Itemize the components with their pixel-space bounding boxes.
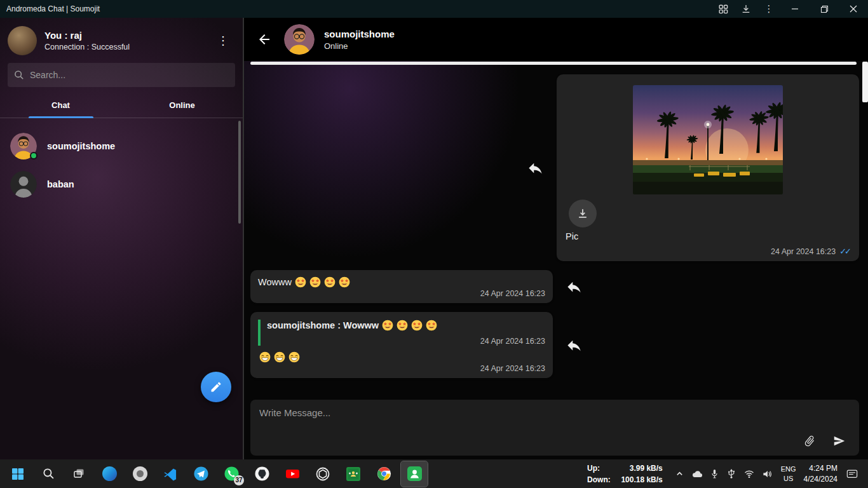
message-text — [259, 351, 545, 363]
tab-online[interactable]: Online — [121, 93, 243, 118]
taskbar-app-whatsapp[interactable]: 37 — [218, 461, 245, 487]
conversation-contact-status: Online — [324, 41, 395, 51]
search-input[interactable] — [30, 70, 229, 80]
reply-button[interactable] — [527, 159, 544, 177]
star-struck-emoji — [324, 276, 336, 288]
taskbar-search-button[interactable] — [35, 461, 62, 487]
reply-message-bubble: soumojitshome : Wowww 24 Apr 2024 16:23 — [250, 312, 553, 378]
close-button[interactable] — [839, 0, 868, 18]
contact-avatar — [10, 133, 37, 159]
taskbar-app-youtube[interactable] — [279, 461, 306, 487]
browser-menu-button[interactable]: ⋮ — [757, 0, 780, 18]
downloads-button[interactable] — [735, 0, 757, 18]
chat-scrollbar[interactable] — [862, 62, 868, 459]
back-button[interactable] — [254, 29, 275, 50]
star-struck-emoji — [411, 320, 423, 331]
language-code: ENG — [781, 464, 796, 474]
chat-list-item-soumojitshome[interactable]: soumojitshome — [0, 127, 243, 165]
star-struck-emoji — [309, 276, 321, 288]
download-icon — [741, 4, 751, 14]
sidebar-scrollbar-thumb[interactable] — [238, 121, 241, 224]
arrow-left-icon — [257, 32, 272, 47]
chat-list: soumojitshome baban — [0, 118, 243, 203]
wifi-tray-button[interactable] — [743, 468, 756, 479]
profile-row: You : raj Connection : Successful ⋮ — [0, 18, 243, 61]
taskbar-app-gray[interactable] — [126, 461, 153, 487]
previous-message-edge — [250, 62, 857, 65]
message-text-content: Wowww — [258, 277, 292, 287]
message-row-wow: Wowww 24 Apr 2024 16:23 — [250, 270, 859, 303]
download-image-button[interactable] — [569, 200, 597, 227]
search-icon — [43, 468, 55, 480]
close-icon — [850, 5, 857, 13]
contact-avatar — [10, 171, 37, 198]
start-button[interactable] — [4, 461, 31, 487]
quoted-message[interactable]: soumojitshome : Wowww 24 Apr 2024 16:23 — [258, 320, 545, 346]
date-text: 4/24/2024 — [804, 474, 837, 485]
beaming-face-emoji — [288, 351, 300, 363]
reply-button[interactable] — [566, 278, 583, 295]
user-avatar[interactable] — [8, 26, 37, 55]
attach-file-button[interactable] — [803, 435, 816, 447]
cloud-tray-button[interactable] — [691, 468, 703, 479]
gray-app-icon — [133, 466, 147, 481]
composer-actions — [803, 434, 846, 448]
message-input[interactable] — [259, 407, 703, 440]
message-timestamp: 24 Apr 2024 16:23 — [771, 247, 836, 256]
clock-widget[interactable]: 4:24 PM 4/24/2024 — [804, 463, 837, 485]
conversation-avatar[interactable] — [284, 24, 315, 55]
task-view-button[interactable] — [65, 461, 92, 487]
volume-tray-button[interactable] — [761, 468, 773, 480]
send-message-button[interactable] — [832, 434, 846, 448]
message-timestamp: 24 Apr 2024 16:23 — [480, 289, 545, 298]
minimize-button[interactable] — [780, 0, 810, 18]
star-struck-emoji — [397, 320, 408, 331]
taskbar-app-edge[interactable] — [96, 461, 123, 487]
sunset-photo[interactable] — [633, 85, 783, 194]
region-code: US — [781, 474, 796, 484]
chat-list-item-baban[interactable]: baban — [0, 165, 243, 203]
reply-button[interactable] — [566, 337, 583, 354]
sidebar: You : raj Connection : Successful ⋮ Chat… — [0, 18, 244, 459]
upload-value: 3.99 kB/s — [617, 463, 663, 474]
time-text: 4:24 PM — [804, 463, 837, 474]
language-switcher[interactable]: ENG US — [781, 464, 796, 484]
window-titlebar: Andromeda Chat | Soumojit ⋮ — [0, 0, 868, 18]
kebab-icon: ⋮ — [764, 3, 774, 15]
taskbar-app-classroom[interactable] — [340, 461, 367, 487]
chrome-icon — [377, 466, 391, 481]
andromeda-chat-icon — [407, 466, 422, 481]
speaker-icon — [763, 470, 772, 478]
message-scroll-area[interactable]: Pic 24 Apr 2024 16:23 ✓✓ Wowww — [250, 61, 859, 396]
tab-chat[interactable]: Chat — [0, 93, 121, 118]
taskbar-app-chatgpt[interactable] — [309, 461, 336, 487]
new-chat-fab[interactable] — [201, 372, 231, 402]
classroom-icon — [346, 467, 360, 481]
conversation-contact-name: soumojitshome — [324, 29, 395, 39]
taskbar-app-vscode[interactable] — [157, 461, 184, 487]
sidebar-menu-button[interactable]: ⋮ — [211, 34, 235, 48]
vscode-icon — [163, 467, 177, 481]
youtube-icon — [285, 466, 300, 481]
send-plane-icon — [832, 434, 846, 448]
message-row-image: Pic 24 Apr 2024 16:23 ✓✓ — [250, 74, 859, 261]
apps-grid-icon[interactable] — [712, 0, 735, 18]
restore-button[interactable] — [810, 0, 839, 18]
download-icon — [576, 207, 589, 220]
profile-name: You : raj — [44, 30, 203, 41]
microphone-tray-button[interactable] — [709, 468, 720, 480]
taskbar-app-chrome[interactable] — [370, 461, 397, 487]
notification-center-button[interactable] — [845, 468, 859, 480]
wifi-icon — [744, 470, 754, 478]
chat-scrollbar-thumb[interactable] — [862, 62, 868, 102]
taskbar-app-github[interactable] — [248, 461, 275, 487]
usb-tray-button[interactable] — [726, 468, 737, 480]
network-speed-widget[interactable]: Up: 3.99 kB/s Down: 100.18 kB/s — [587, 463, 663, 485]
whatsapp-unread-badge: 37 — [234, 475, 244, 485]
star-struck-emoji — [382, 320, 393, 331]
taskbar-app-andromeda-chat[interactable] — [401, 461, 428, 487]
taskbar-app-telegram[interactable] — [187, 461, 214, 487]
reply-arrow-icon — [527, 159, 544, 177]
hidden-icons-chevron[interactable] — [674, 468, 685, 479]
system-tray: Up: 3.99 kB/s Down: 100.18 kB/s ENG US 4… — [587, 463, 865, 485]
